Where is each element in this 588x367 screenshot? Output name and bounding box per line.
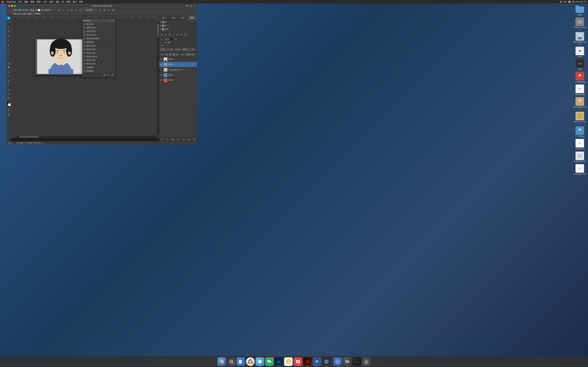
scrollbar-thumb-h[interactable]	[19, 136, 39, 138]
scrollbar-vertical[interactable]	[157, 22, 159, 135]
layer-item-3[interactable]: 👁 图层 3	[159, 62, 197, 67]
tool-path-select[interactable]	[7, 83, 10, 87]
apple-menu[interactable]: 🍎	[1, 0, 4, 3]
tool-clone[interactable]	[7, 52, 10, 56]
tool-lasso[interactable]	[7, 25, 10, 29]
orbit-3d[interactable]: ⟳	[98, 8, 102, 12]
new-layer-btn[interactable]	[187, 138, 190, 141]
adjustment-icon[interactable]	[172, 33, 175, 36]
history-item-12[interactable]: 新建图层	[82, 66, 115, 69]
history-item-10[interactable]: 图层可见性	[82, 58, 115, 62]
tool-frame[interactable]	[7, 113, 10, 117]
tool-gradient[interactable]	[7, 65, 10, 69]
delete-layer-icon[interactable]	[184, 33, 187, 36]
history-delete[interactable]: 🗑	[111, 74, 114, 76]
rotate-3d[interactable]: ↻	[94, 8, 98, 12]
align-left[interactable]: ⊣	[66, 8, 69, 12]
opacity-select[interactable]: 100%	[182, 48, 194, 51]
pan-3d[interactable]: ⊕	[103, 8, 106, 12]
menu-select[interactable]: 选择	[49, 0, 53, 3]
history-collapse[interactable]: —	[110, 20, 112, 22]
fill-dropdown[interactable]: ▾	[195, 54, 196, 56]
background-color[interactable]	[8, 103, 11, 106]
close-button[interactable]	[8, 5, 10, 7]
color-boxes[interactable]	[7, 102, 11, 106]
layer-0-eye[interactable]: 👁	[160, 79, 163, 81]
show-controls-checkbox[interactable]	[38, 9, 40, 11]
snap-to-icon[interactable]	[160, 33, 163, 36]
pattern-group-grass[interactable]: ▶ ▦ 草	[159, 24, 197, 27]
layer-item-1[interactable]: 👁 图层 1	[159, 72, 197, 78]
pattern-group-water[interactable]: ▶ ▦ 水滴	[159, 27, 197, 31]
menu-3d[interactable]: 3D	[62, 1, 64, 3]
share-title-icon[interactable]: ⬆	[194, 5, 195, 7]
camera-3d[interactable]: 📷	[111, 8, 115, 12]
new-layer-icon[interactable]	[180, 33, 183, 36]
layout-title-icon[interactable]: ⊞	[190, 5, 192, 7]
layer-item-0[interactable]: 👁 图层 0	[159, 78, 197, 83]
history-item-4[interactable]: 通过拷贝的图层	[82, 37, 115, 41]
layer-3-eye[interactable]: 👁	[160, 63, 163, 66]
tool-eyedropper[interactable]	[7, 38, 10, 42]
history-item-7[interactable]: 图层可见性	[82, 48, 115, 51]
align-right[interactable]: ⊢	[74, 8, 78, 12]
tool-heal[interactable]	[7, 43, 10, 47]
tool-brush[interactable]	[7, 47, 10, 51]
minimize-button[interactable]	[11, 5, 13, 7]
history-item-9[interactable]: 曲线 (存储为)	[82, 55, 115, 58]
tool-text[interactable]: T	[7, 79, 10, 83]
menu-window[interactable]: 窗口	[73, 0, 77, 3]
tool-crop[interactable]	[7, 34, 10, 38]
history-item-0[interactable]: 载入选区	[82, 22, 115, 26]
tool-dodge[interactable]	[7, 70, 10, 74]
panel-tab-pattern[interactable]: 图案	[188, 16, 197, 20]
menu-help[interactable]: 帮助	[79, 0, 83, 3]
history-item-2[interactable]: 图层可见性	[82, 30, 115, 33]
fill-select[interactable]: 100%	[186, 53, 195, 56]
history-item-11[interactable]: 图层可见性	[82, 62, 115, 66]
tool-shape[interactable]	[7, 88, 10, 92]
history-close[interactable]: ×	[113, 20, 114, 22]
menu-file[interactable]: 文件	[18, 0, 22, 3]
menu-photoshop[interactable]: Photoshop	[6, 1, 16, 3]
more-options[interactable]: ···	[79, 8, 83, 12]
tool-eraser[interactable]	[7, 61, 10, 65]
align-bottom[interactable]: ⊥	[61, 8, 65, 12]
history-snapshot[interactable]: 📷	[103, 74, 106, 76]
opacity-dropdown[interactable]: ▾	[195, 49, 196, 50]
group-icon[interactable]	[176, 33, 179, 36]
doc-tab-close[interactable]: ×	[9, 13, 10, 15]
prev-nav[interactable]: ◀	[160, 44, 162, 46]
lock-all[interactable]	[176, 53, 179, 56]
pattern-group-tree[interactable]: ▶ ▦ 树	[159, 20, 197, 24]
history-item-6[interactable]: 图层可见性	[82, 44, 115, 48]
history-item-5[interactable]: 删除图层	[82, 41, 115, 44]
align-top[interactable]: ⊤	[53, 8, 57, 12]
x-input[interactable]	[163, 38, 173, 41]
tool-hand[interactable]	[7, 92, 10, 96]
menu-layer[interactable]: 图层	[37, 0, 41, 3]
scrollbar-thumb-v[interactable]	[157, 24, 159, 37]
tool-mask[interactable]	[7, 108, 10, 112]
y-input[interactable]	[163, 41, 173, 44]
lock-transparent[interactable]	[165, 53, 168, 56]
menu-edit[interactable]: 编辑	[24, 0, 28, 3]
fx-icon[interactable]: fx	[164, 33, 167, 36]
add-mask-btn[interactable]	[171, 138, 174, 141]
mask-icon[interactable]	[168, 33, 171, 36]
delete-layer-btn[interactable]	[193, 138, 196, 141]
panel-tab-swatches[interactable]: 色板	[169, 16, 178, 20]
history-item-13[interactable]: 图层顺序	[82, 69, 115, 73]
tool-move[interactable]	[7, 17, 10, 20]
group-btn[interactable]	[182, 138, 185, 141]
arrow-icon[interactable]: ▶	[42, 142, 43, 144]
maximize-button[interactable]	[14, 5, 16, 7]
menu-view[interactable]: 视图	[67, 0, 70, 3]
auto-select-checkbox[interactable]	[18, 9, 20, 11]
layer-item-wechat[interactable]: 👁 WechatIMG11747 2	[159, 67, 197, 72]
history-item-1[interactable]: 图层可见性	[82, 26, 115, 30]
lock-position[interactable]: ✥	[169, 53, 172, 56]
tool-history-brush[interactable]	[7, 56, 10, 60]
menu-text[interactable]: 文字	[43, 0, 47, 3]
ps-menu-home[interactable]: ⌂	[8, 9, 11, 12]
